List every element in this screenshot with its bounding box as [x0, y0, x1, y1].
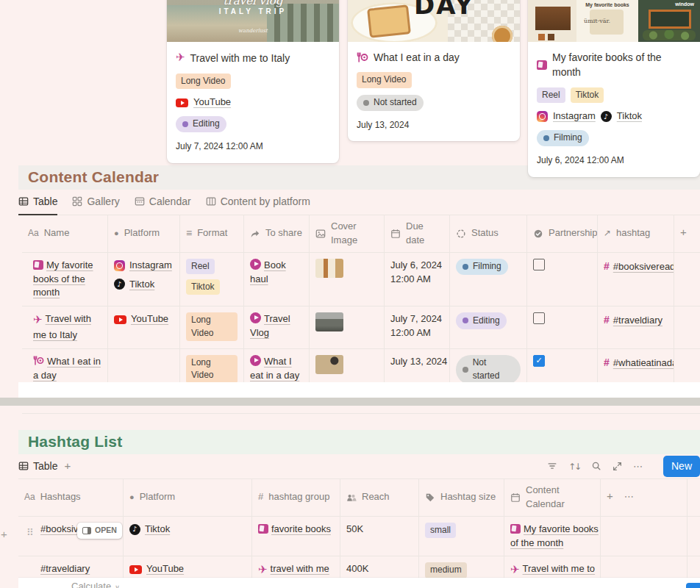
- platform-cell[interactable]: YouTube: [108, 306, 180, 348]
- name-cell[interactable]: Travel with me to Italy: [22, 306, 108, 348]
- status-cell[interactable]: Editing: [450, 306, 527, 348]
- column-header-content-calendar[interactable]: Content Calendar: [504, 479, 601, 516]
- tab-table[interactable]: Table: [18, 459, 57, 473]
- platform-link[interactable]: Tiktok: [617, 110, 642, 123]
- cover-image-cell[interactable]: [310, 253, 385, 306]
- platform-link[interactable]: YouTube: [131, 312, 168, 326]
- hashtag-relation-link[interactable]: #traveldiary: [613, 315, 662, 326]
- hashtag-cell[interactable]: #booksiveread OPEN: [18, 517, 124, 556]
- to-share-cell[interactable]: Book haul: [244, 253, 310, 306]
- hashtag-group-cell[interactable]: favorite books: [252, 517, 340, 556]
- hashtag-relation-link[interactable]: #whatieatinaday: [613, 357, 674, 368]
- column-header-partnership[interactable]: Partnership: [527, 215, 598, 252]
- add-column-button[interactable]: [601, 479, 688, 516]
- cover-image-cell[interactable]: [310, 306, 385, 348]
- group-link[interactable]: favorite books: [271, 523, 331, 534]
- empty-cell: [688, 517, 700, 556]
- reach-cell[interactable]: 50K: [340, 517, 419, 556]
- partnership-checkbox[interactable]: [533, 312, 545, 324]
- relation-link[interactable]: My favorite books of the month: [510, 523, 599, 548]
- gallery-card-what-i-eat[interactable]: DAY What I eat in a day Long Video Not s…: [348, 0, 520, 141]
- hashtag-relation-link[interactable]: #booksiveread: [613, 261, 674, 272]
- status-cell[interactable]: Filming: [450, 253, 527, 306]
- filter-icon[interactable]: [547, 461, 557, 471]
- tab-content-by-platform[interactable]: Content by platform: [206, 194, 310, 214]
- column-header-hashtag-group[interactable]: hashtag group: [252, 479, 340, 516]
- column-header-reach[interactable]: Reach: [340, 479, 419, 516]
- to-share-cell[interactable]: Travel Vlog: [244, 306, 310, 348]
- tab-label: Gallery: [87, 194, 119, 209]
- due-date-cell[interactable]: July 6, 2024 12:00 AM: [385, 253, 450, 306]
- column-header-name[interactable]: Name: [22, 215, 108, 252]
- cover-title-text: ITALY TRIP: [167, 7, 339, 18]
- hashtag-cell[interactable]: ##traveldiary: [598, 306, 674, 348]
- calculate-button[interactable]: Calculate: [71, 580, 120, 588]
- format-cell[interactable]: Reel Tiktok: [180, 253, 244, 306]
- sort-icon[interactable]: [568, 459, 580, 473]
- add-row-handle-icon[interactable]: +: [1, 526, 7, 542]
- name-cell[interactable]: My favorite books of the month: [22, 253, 108, 306]
- column-header-platform[interactable]: Platform: [108, 215, 180, 252]
- more-columns-icon[interactable]: [624, 490, 634, 504]
- add-view-button[interactable]: [64, 459, 71, 473]
- platform-link[interactable]: YouTube: [193, 96, 231, 110]
- partnership-cell[interactable]: [527, 306, 598, 348]
- format-tag[interactable]: Long Video: [357, 72, 412, 87]
- column-header-platform[interactable]: Platform: [124, 479, 252, 516]
- due-date-cell[interactable]: July 7, 2024 12:00 AM: [385, 306, 450, 348]
- column-label: Due date: [406, 220, 443, 248]
- content-calendar-cell[interactable]: My favorite books of the month: [504, 517, 601, 556]
- open-button[interactable]: OPEN: [77, 523, 122, 539]
- format-cell[interactable]: Long Video: [180, 306, 244, 348]
- format-tag[interactable]: Reel: [537, 87, 565, 103]
- gallery-card-favorite-books[interactable]: My favorite books ümit-vär. window My fa…: [528, 0, 700, 177]
- new-button[interactable]: New: [663, 456, 700, 476]
- status-label: Not started: [374, 96, 417, 109]
- tiktok-icon: [601, 111, 612, 122]
- column-header-hashtags[interactable]: Hashtags: [18, 479, 124, 516]
- more-options-icon[interactable]: [633, 459, 643, 474]
- platform-link[interactable]: Instagram: [553, 110, 596, 123]
- expand-icon[interactable]: [612, 462, 622, 471]
- hashtag-size-cell[interactable]: small: [419, 517, 504, 556]
- column-header-to-share[interactable]: To share: [244, 215, 310, 252]
- gallery-card-travel-italy[interactable]: travel vlog ITALY TRIP wanderlust Travel…: [167, 0, 339, 163]
- column-header-hashtag-size[interactable]: Hashtag size: [419, 479, 504, 516]
- partnership-cell[interactable]: [527, 253, 598, 306]
- floating-button-partial[interactable]: [686, 583, 700, 588]
- column-header-cover-image[interactable]: Cover Image: [310, 215, 385, 252]
- platform-cell[interactable]: Tiktok: [124, 517, 252, 556]
- format-tag[interactable]: Long Video: [176, 74, 231, 89]
- hashtag-cell[interactable]: ##booksiveread: [598, 253, 674, 306]
- column-label: Name: [44, 226, 70, 240]
- hashtag-relation-icon: #: [604, 314, 610, 326]
- column-header-hashtag[interactable]: hashtag: [598, 215, 674, 252]
- tab-table[interactable]: Table: [18, 194, 57, 215]
- status-badge[interactable]: Filming: [537, 130, 589, 146]
- table-view-icon: [18, 196, 29, 207]
- platform-link[interactable]: YouTube: [146, 562, 184, 576]
- tiktok-icon: [129, 524, 140, 535]
- partnership-checkbox-checked[interactable]: [533, 355, 545, 367]
- status-badge[interactable]: Editing: [176, 116, 226, 132]
- partnership-checkbox[interactable]: [533, 259, 545, 270]
- column-header-format[interactable]: Format: [180, 215, 244, 252]
- group-link[interactable]: travel with me: [271, 563, 329, 574]
- add-column-button[interactable]: [674, 215, 700, 252]
- page-title-link[interactable]: #traveldiary: [40, 563, 90, 574]
- tab-calendar[interactable]: Calendar: [135, 194, 191, 214]
- tab-gallery[interactable]: Gallery: [72, 194, 119, 214]
- status-badge[interactable]: Not started: [357, 95, 424, 111]
- platform-link[interactable]: Tiktok: [145, 523, 170, 537]
- column-header-due-date[interactable]: Due date: [385, 215, 450, 252]
- hashtag-relation-icon: #: [604, 356, 610, 368]
- platform-cell[interactable]: Instagram Tiktok: [108, 253, 180, 306]
- platform-link[interactable]: Instagram: [129, 259, 172, 273]
- search-icon[interactable]: [591, 461, 601, 471]
- due-date-value: July 6, 2024 12:00 AM: [390, 259, 442, 284]
- column-header-status[interactable]: Status: [450, 215, 527, 252]
- platform-link[interactable]: Tiktok: [129, 278, 154, 292]
- format-tag: Long Video: [186, 312, 238, 341]
- plus-icon: [680, 226, 687, 240]
- format-tag[interactable]: Tiktok: [571, 87, 604, 103]
